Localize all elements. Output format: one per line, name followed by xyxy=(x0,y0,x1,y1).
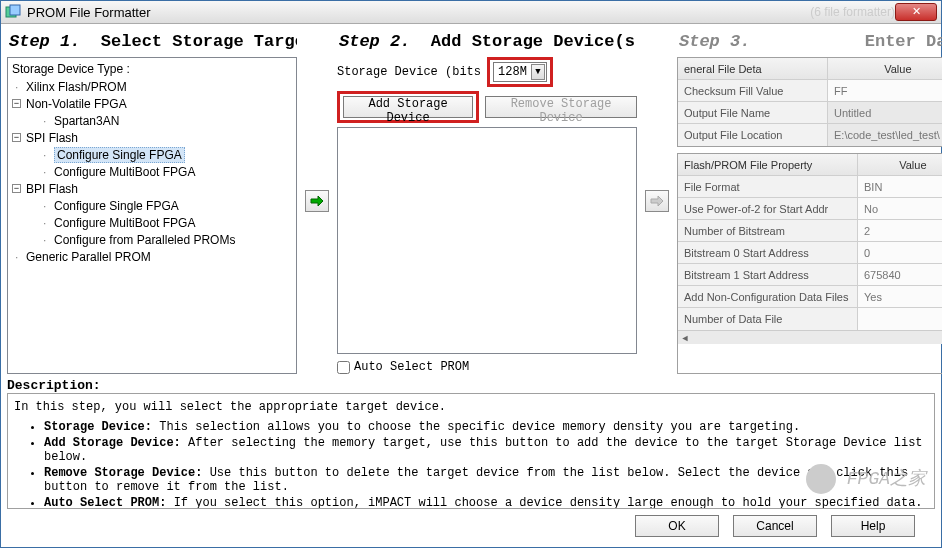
next-step1-button[interactable] xyxy=(305,190,329,212)
highlight-size: 128M ▼ xyxy=(487,57,553,87)
tree-generic-prom[interactable]: Generic Parallel PROM xyxy=(12,249,292,266)
step2-header: Step 2. Add Storage Device(s) xyxy=(337,28,637,57)
scroll-left-icon: ◄ xyxy=(678,333,692,343)
bitstream1-addr-value[interactable]: 675840 xyxy=(858,264,942,285)
storage-size-label: Storage Device (bits xyxy=(337,65,481,79)
highlight-add: Add Storage Device xyxy=(337,91,479,123)
step1-header: Step 1. Select Storage Target xyxy=(7,28,297,57)
prop-key: Output File Name xyxy=(678,102,828,123)
description-box: In this step, you will select the approp… xyxy=(7,393,935,509)
remove-storage-device-button[interactable]: Remove Storage Device xyxy=(485,96,637,118)
power2-value[interactable]: No xyxy=(858,198,942,219)
prop-key: Number of Data File xyxy=(678,308,858,330)
tree-bpi-multiboot[interactable]: Configure MultiBoot FPGA xyxy=(40,215,292,232)
auto-select-prom-checkbox[interactable] xyxy=(337,361,350,374)
cancel-button[interactable]: Cancel xyxy=(733,515,817,537)
tree-bpi-single[interactable]: Configure Single FPGA xyxy=(40,198,292,215)
close-button[interactable]: ✕ xyxy=(895,3,937,21)
file-details-table: eneral File DetaValue Checksum Fill Valu… xyxy=(677,57,942,147)
num-bitstream-value[interactable]: 2 xyxy=(858,220,942,241)
description-intro: In this step, you will select the approp… xyxy=(14,400,928,414)
prom-property-table: Flash/PROM File PropertyValue File Forma… xyxy=(677,153,942,374)
desc-item: Storage Device: This selection allows yo… xyxy=(44,420,928,434)
help-button[interactable]: Help xyxy=(831,515,915,537)
tree-xilinx[interactable]: Xilinx Flash/PROM xyxy=(12,79,292,96)
prop-key: Add Non-Configuration Data Files xyxy=(678,286,858,307)
prop-key: Number of Bitstream xyxy=(678,220,858,241)
tree-bpi-parallel[interactable]: Configure from Paralleled PROMs xyxy=(40,232,292,249)
collapse-icon[interactable]: − xyxy=(12,99,21,108)
col-header: Flash/PROM File Property xyxy=(678,154,858,175)
app-icon xyxy=(5,4,21,20)
storage-type-tree[interactable]: Storage Device Type : Xilinx Flash/PROM … xyxy=(7,57,297,374)
tree-spi-flash[interactable]: −SPI Flash Configure Single FPGA Configu… xyxy=(12,130,292,181)
output-file-location[interactable]: E:\code_test\led_test\📁 xyxy=(828,124,942,146)
tree-spi-single[interactable]: Configure Single FPGA xyxy=(40,147,292,164)
prop-key: Bitstream 1 Start Address xyxy=(678,264,858,285)
tree-bpi-flash[interactable]: −BPI Flash Configure Single FPGA Configu… xyxy=(12,181,292,249)
prop-key: Bitstream 0 Start Address xyxy=(678,242,858,263)
horizontal-scrollbar[interactable]: ◄► xyxy=(678,330,942,344)
ok-button[interactable]: OK xyxy=(635,515,719,537)
auto-select-label: Auto Select PROM xyxy=(354,360,469,374)
num-datafile-value[interactable] xyxy=(858,308,942,330)
bitstream0-addr-value[interactable]: 0 xyxy=(858,242,942,263)
prop-key: File Format xyxy=(678,176,858,197)
desc-item: Add Storage Device: After selecting the … xyxy=(44,436,928,464)
chevron-down-icon: ▼ xyxy=(531,64,545,80)
tree-spi-multiboot[interactable]: Configure MultiBoot FPGA xyxy=(40,164,292,181)
prop-key: Checksum Fill Value xyxy=(678,80,828,101)
checksum-fill-value[interactable]: FF xyxy=(828,80,942,101)
col-header: Value xyxy=(858,154,942,175)
description-label: Description: xyxy=(7,378,935,393)
device-list[interactable] xyxy=(337,127,637,354)
add-storage-device-button[interactable]: Add Storage Device xyxy=(343,96,473,118)
prop-key: Use Power-of-2 for Start Addr xyxy=(678,198,858,219)
arrow-right-icon xyxy=(650,195,664,207)
tree-title: Storage Device Type : xyxy=(12,62,292,76)
prop-key: Output File Location xyxy=(678,124,828,146)
titlebar: PROM File Formatter (6 file formatter) ✕ xyxy=(1,1,941,24)
step3-header: Step 3.Enter Data xyxy=(677,28,942,57)
arrow-right-icon xyxy=(310,195,324,207)
desc-item: Remove Storage Device: Use this button t… xyxy=(44,466,928,494)
collapse-icon[interactable]: − xyxy=(12,133,21,142)
file-format-value[interactable]: BIN xyxy=(858,176,942,197)
svg-rect-1 xyxy=(10,5,20,15)
add-nonconfig-value[interactable]: Yes xyxy=(858,286,942,307)
subtitle-ghost: (6 file formatter) xyxy=(810,5,895,19)
collapse-icon[interactable]: − xyxy=(12,184,21,193)
next-step2-button[interactable] xyxy=(645,190,669,212)
col-header: eneral File Deta xyxy=(678,58,828,79)
window-title: PROM File Formatter xyxy=(27,5,800,20)
tree-nonvolatile[interactable]: −Non-Volatile FPGA Spartan3AN xyxy=(12,96,292,130)
storage-size-select[interactable]: 128M ▼ xyxy=(493,62,547,82)
output-file-name[interactable]: Untitled xyxy=(828,102,942,123)
desc-item: Auto Select PROM: If you select this opt… xyxy=(44,496,928,509)
col-header: Value xyxy=(828,58,942,79)
tree-spartan3an[interactable]: Spartan3AN xyxy=(40,113,292,130)
